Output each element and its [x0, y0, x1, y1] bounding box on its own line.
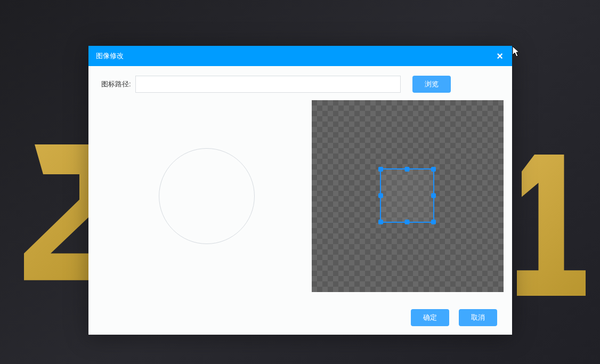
crop-handle-e[interactable] — [431, 193, 436, 198]
circle-preview — [159, 148, 255, 244]
modal-titlebar: 图像修改 × — [88, 46, 512, 66]
ok-button[interactable]: 确定 — [411, 309, 449, 326]
icon-path-row: 图标路径: 浏览 — [101, 76, 504, 93]
background-digit-1 — [512, 155, 592, 296]
crop-canvas[interactable] — [312, 100, 504, 292]
crop-handle-sw[interactable] — [378, 220, 383, 224]
image-edit-modal: 图像修改 × 图标路径: 浏览 — [88, 46, 512, 335]
circle-preview-pane — [101, 100, 312, 292]
modal-title: 图像修改 — [96, 51, 124, 61]
crop-handle-n[interactable] — [405, 167, 410, 172]
cancel-button[interactable]: 取消 — [459, 309, 497, 326]
crop-selection[interactable] — [380, 168, 434, 223]
modal-footer: 确定 取消 — [88, 301, 512, 335]
browse-button[interactable]: 浏览 — [412, 76, 451, 93]
icon-path-label: 图标路径: — [101, 79, 131, 89]
crop-handle-se[interactable] — [431, 220, 436, 224]
crop-handle-s[interactable] — [405, 220, 410, 224]
modal-body: 图标路径: 浏览 — [88, 66, 512, 301]
crop-handle-w[interactable] — [378, 193, 383, 198]
preview-row — [101, 100, 504, 292]
crop-handle-nw[interactable] — [378, 167, 383, 172]
icon-path-input[interactable] — [135, 76, 401, 93]
close-icon[interactable]: × — [494, 50, 506, 62]
crop-handle-ne[interactable] — [431, 167, 436, 172]
